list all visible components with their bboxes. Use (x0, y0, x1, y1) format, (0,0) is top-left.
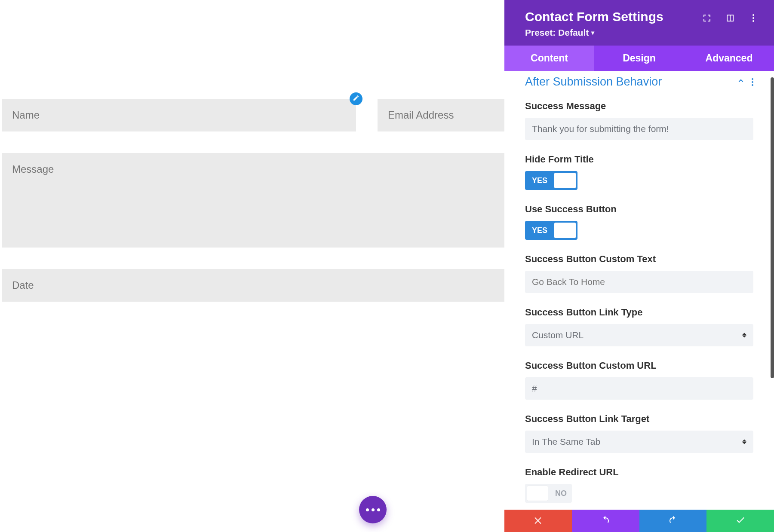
pencil-icon (353, 95, 359, 103)
panel-body[interactable]: After Submission Behavior Success Messag… (504, 71, 774, 510)
link-type-label: Success Button Link Type (525, 307, 753, 318)
message-textarea[interactable] (2, 153, 504, 248)
svg-point-1 (752, 17, 754, 19)
more-menu-icon[interactable] (748, 13, 759, 25)
undo-icon (600, 515, 611, 527)
custom-url-label: Success Button Custom URL (525, 360, 753, 371)
link-type-select[interactable] (525, 324, 753, 346)
hide-form-title-label: Hide Form Title (525, 154, 753, 165)
tab-design[interactable]: Design (594, 46, 684, 71)
svg-point-0 (752, 14, 754, 16)
panel-header: Contact Form Settings Preset: Default ▾ (504, 0, 774, 46)
expand-icon[interactable] (702, 13, 712, 25)
section-title[interactable]: After Submission Behavior (525, 75, 662, 89)
hide-form-title-toggle[interactable]: YES (525, 171, 577, 190)
check-icon (735, 515, 746, 527)
use-success-button-toggle[interactable]: YES (525, 221, 577, 240)
date-input[interactable] (2, 269, 504, 302)
redirect-toggle[interactable]: NO (525, 484, 572, 503)
email-input[interactable] (378, 99, 504, 131)
redo-icon (668, 515, 678, 527)
settings-panel: Contact Form Settings Preset: Default ▾ … (504, 0, 774, 532)
save-button[interactable] (706, 510, 774, 532)
page-actions-fab[interactable] (359, 496, 387, 523)
caret-down-icon: ▾ (591, 29, 594, 36)
collapse-section-icon[interactable] (737, 77, 745, 87)
cancel-button[interactable] (504, 510, 572, 532)
success-message-input[interactable] (525, 118, 753, 140)
scrollbar[interactable] (771, 77, 774, 378)
panel-footer (504, 510, 774, 532)
tab-advanced[interactable]: Advanced (684, 46, 774, 71)
use-success-button-label: Use Success Button (525, 204, 753, 215)
dots-icon (366, 508, 369, 511)
tab-content[interactable]: Content (504, 46, 594, 71)
redirect-label: Enable Redirect URL (525, 467, 753, 478)
redo-button[interactable] (639, 510, 707, 532)
form-preview (0, 0, 504, 532)
success-message-label: Success Message (525, 101, 753, 112)
section-more-icon[interactable] (752, 78, 753, 86)
svg-point-2 (752, 20, 754, 22)
custom-url-input[interactable] (525, 377, 753, 400)
button-text-label: Success Button Custom Text (525, 254, 753, 265)
undo-button[interactable] (572, 510, 639, 532)
edit-field-button[interactable] (350, 92, 362, 105)
close-icon (533, 515, 543, 527)
link-target-label: Success Button Link Target (525, 413, 753, 425)
panel-tabs: Content Design Advanced (504, 46, 774, 71)
button-text-input[interactable] (525, 271, 753, 293)
preset-selector[interactable]: Preset: Default ▾ (525, 28, 663, 38)
panel-title: Contact Form Settings (525, 9, 663, 24)
name-input[interactable] (2, 99, 356, 131)
drag-handle-icon[interactable] (725, 13, 735, 25)
link-target-select[interactable] (525, 431, 753, 453)
